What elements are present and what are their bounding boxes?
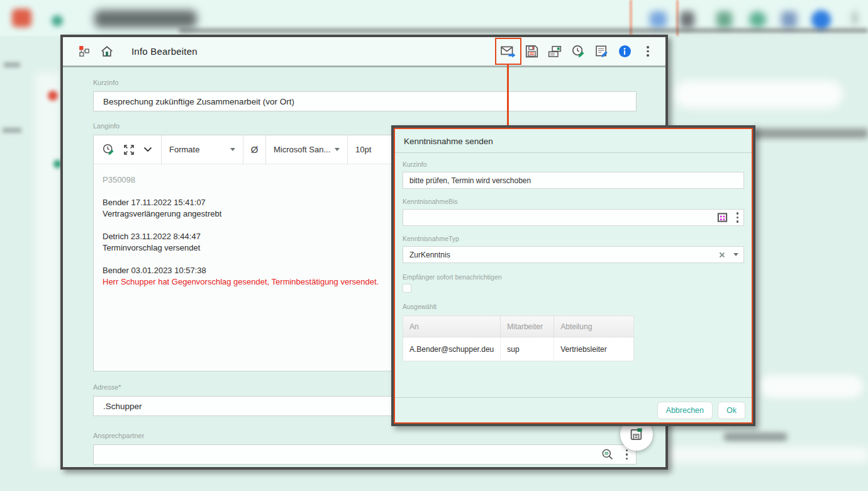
kebab-icon[interactable] bbox=[626, 449, 628, 460]
blurred-annotation-line bbox=[630, 0, 632, 36]
notify-checkbox[interactable] bbox=[403, 284, 411, 293]
font-size-dropdown[interactable]: 10pt bbox=[348, 135, 379, 164]
dialog-title: Kenntnisnahme senden bbox=[395, 129, 752, 152]
blurred-label bbox=[3, 128, 21, 133]
window-toolbar bbox=[501, 44, 655, 59]
dialog-kurzinfo-input[interactable]: bitte prüfen, Termin wird verschoben bbox=[403, 172, 744, 189]
blurred-info-icon bbox=[811, 10, 831, 30]
fullscreen-icon[interactable] bbox=[123, 144, 135, 155]
blurred-send-icon bbox=[650, 11, 667, 28]
blurred-title bbox=[94, 10, 197, 28]
dialog-kurzinfo-label: Kurzinfo bbox=[403, 161, 744, 168]
blurred-edit-icon bbox=[781, 11, 797, 28]
kenntnisnahmetyp-select[interactable]: ZurKenntnis bbox=[403, 246, 744, 263]
ausgewaehlt-label: Ausgewählt bbox=[403, 303, 744, 310]
column-header-abteilung[interactable]: Abteilung bbox=[554, 316, 634, 337]
blurred-window-edge bbox=[179, 28, 868, 33]
font-size-label: 10pt bbox=[355, 145, 371, 154]
recipients-table: An Mitarbeiter Abteilung A.Bender@schupp… bbox=[403, 315, 634, 361]
cell-abteilung: Vertriebsleiter bbox=[554, 337, 634, 361]
window-header: Info Bearbeiten bbox=[63, 37, 665, 67]
annotation-highlight-box bbox=[495, 38, 521, 65]
more-menu-button[interactable] bbox=[640, 44, 655, 59]
column-header-an[interactable]: An bbox=[403, 316, 501, 337]
kurzinfo-input[interactable] bbox=[93, 91, 637, 111]
kenntnisnahmetyp-value: ZurKenntnis bbox=[409, 251, 450, 259]
blurred-home-icon bbox=[52, 15, 63, 26]
time-check-icon bbox=[572, 45, 585, 58]
blurred-label bbox=[4, 62, 20, 67]
kenntnisnahmetyp-label: KenntnisnahmeTyp bbox=[403, 235, 744, 242]
page-title: Info Bearbeiten bbox=[131, 46, 198, 57]
ansprechpartner-label: Ansprechpartner bbox=[93, 432, 637, 439]
info-button[interactable] bbox=[617, 44, 632, 59]
table-header-row: An Mitarbeiter Abteilung bbox=[403, 316, 634, 337]
save-icon bbox=[525, 45, 538, 58]
font-family-label: Microsoft San... bbox=[274, 145, 330, 154]
notify-label: Empfänger sofort benachrichtigen bbox=[403, 273, 744, 281]
edit-note-button[interactable] bbox=[594, 44, 609, 59]
ansprechpartner-input[interactable] bbox=[93, 444, 637, 465]
time-check-icon[interactable] bbox=[103, 144, 114, 155]
cell-an: A.Bender@schupper.deu bbox=[403, 337, 501, 361]
blurred-tree-icon bbox=[12, 9, 31, 27]
blurred-dialog-edge bbox=[754, 128, 868, 138]
clear-formatting-glyph: Ø bbox=[251, 144, 259, 155]
save-button[interactable] bbox=[524, 44, 539, 59]
font-family-dropdown[interactable]: Microsoft San... bbox=[266, 135, 348, 164]
edit-note-icon bbox=[595, 45, 608, 58]
annotation-connector-line bbox=[507, 65, 509, 130]
divider bbox=[395, 152, 752, 153]
blurred-topbar bbox=[0, 0, 868, 36]
send-mail-button[interactable] bbox=[501, 44, 516, 59]
blurred-input bbox=[667, 448, 868, 462]
clear-formatting-button[interactable]: Ø bbox=[243, 135, 266, 164]
formate-dropdown[interactable]: Formate bbox=[162, 135, 243, 164]
blurred-text bbox=[723, 432, 787, 441]
save-copy-icon bbox=[629, 427, 644, 442]
chevron-down-icon bbox=[230, 148, 235, 151]
blurred-left-content bbox=[35, 72, 60, 468]
chevron-down-icon[interactable] bbox=[733, 253, 738, 256]
time-check-button[interactable] bbox=[570, 44, 586, 59]
blurred-clock-icon bbox=[749, 11, 766, 28]
dialog-footer: Abbrechen Ok bbox=[395, 397, 752, 422]
blurred-buttons bbox=[760, 375, 863, 398]
blurred-more-icon bbox=[853, 11, 857, 25]
search-list-icon[interactable] bbox=[601, 448, 614, 461]
cancel-button[interactable]: Abbrechen bbox=[657, 402, 713, 419]
cell-mitarbeiter: sup bbox=[501, 337, 554, 361]
tree-structure-icon[interactable] bbox=[77, 45, 91, 59]
info-icon bbox=[619, 45, 631, 57]
chevron-down-icon bbox=[335, 148, 340, 151]
kebab-icon bbox=[647, 46, 649, 57]
kenntnisnahmebis-input[interactable] bbox=[403, 209, 744, 226]
kenntnisnahmebis-label: KenntnisnahmeBis bbox=[403, 198, 744, 205]
copy-print-icon bbox=[548, 45, 562, 58]
calendar-icon[interactable] bbox=[717, 212, 728, 223]
formate-label: Formate bbox=[169, 145, 199, 154]
copy-print-button[interactable] bbox=[547, 44, 562, 59]
blurred-red-badge bbox=[48, 91, 58, 101]
kebab-icon[interactable] bbox=[737, 212, 739, 223]
blurred-annotation-line bbox=[676, 0, 679, 36]
column-header-mitarbeiter[interactable]: Mitarbeiter bbox=[501, 316, 554, 337]
kurzinfo-label: Kurzinfo bbox=[93, 79, 637, 86]
clear-icon[interactable] bbox=[718, 252, 725, 258]
blurred-save-icon bbox=[680, 11, 694, 28]
dialog-kurzinfo-value: bitte prüfen, Termin wird verschoben bbox=[409, 176, 531, 185]
blurred-input bbox=[674, 81, 843, 108]
kenntnisnahme-dialog: Kenntnisnahme senden Kurzinfo bitte prüf… bbox=[391, 125, 755, 426]
blurred-copy-icon bbox=[716, 11, 732, 28]
screen: Info Bearbeiten bbox=[0, 0, 868, 491]
ok-button[interactable]: Ok bbox=[718, 402, 745, 419]
table-row[interactable]: A.Bender@schupper.deu sup Vertriebsleite… bbox=[403, 337, 634, 361]
chevron-down-icon[interactable] bbox=[143, 147, 152, 152]
home-icon[interactable] bbox=[100, 45, 114, 59]
